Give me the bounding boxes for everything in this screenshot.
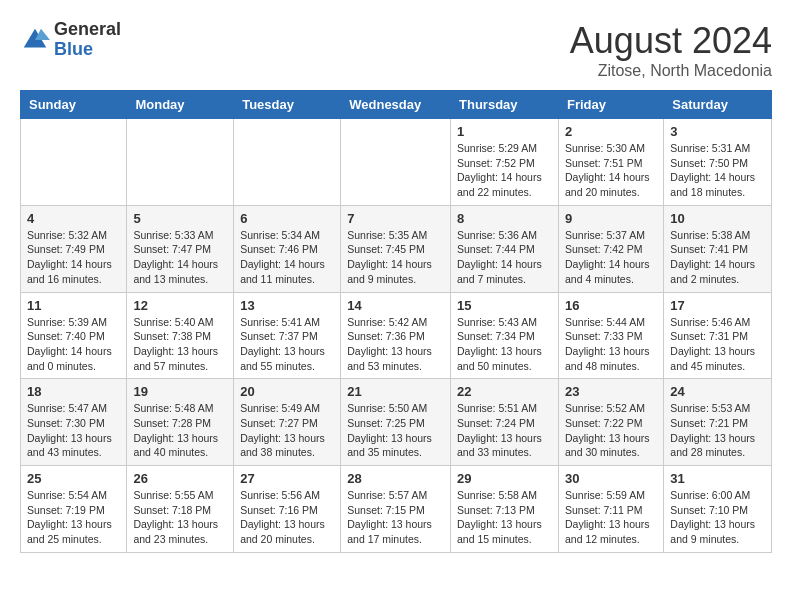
day-number: 1 (457, 124, 552, 139)
calendar-cell: 17Sunrise: 5:46 AMSunset: 7:31 PMDayligh… (664, 292, 772, 379)
day-info: Sunrise: 5:38 AMSunset: 7:41 PMDaylight:… (670, 228, 765, 287)
day-number: 16 (565, 298, 657, 313)
day-number: 25 (27, 471, 120, 486)
day-info: Sunrise: 5:52 AMSunset: 7:22 PMDaylight:… (565, 401, 657, 460)
day-number: 22 (457, 384, 552, 399)
weekday-header-wednesday: Wednesday (341, 91, 451, 119)
day-number: 6 (240, 211, 334, 226)
day-number: 20 (240, 384, 334, 399)
day-number: 21 (347, 384, 444, 399)
day-number: 4 (27, 211, 120, 226)
calendar-cell: 19Sunrise: 5:48 AMSunset: 7:28 PMDayligh… (127, 379, 234, 466)
day-info: Sunrise: 5:43 AMSunset: 7:34 PMDaylight:… (457, 315, 552, 374)
logo-general: General (54, 20, 121, 40)
calendar-cell (127, 119, 234, 206)
day-number: 23 (565, 384, 657, 399)
calendar-table: SundayMondayTuesdayWednesdayThursdayFrid… (20, 90, 772, 553)
calendar-cell (234, 119, 341, 206)
day-info: Sunrise: 5:48 AMSunset: 7:28 PMDaylight:… (133, 401, 227, 460)
day-number: 31 (670, 471, 765, 486)
day-number: 27 (240, 471, 334, 486)
day-number: 17 (670, 298, 765, 313)
day-number: 30 (565, 471, 657, 486)
day-info: Sunrise: 5:34 AMSunset: 7:46 PMDaylight:… (240, 228, 334, 287)
day-info: Sunrise: 5:36 AMSunset: 7:44 PMDaylight:… (457, 228, 552, 287)
weekday-header-row: SundayMondayTuesdayWednesdayThursdayFrid… (21, 91, 772, 119)
calendar-cell: 11Sunrise: 5:39 AMSunset: 7:40 PMDayligh… (21, 292, 127, 379)
calendar-cell: 14Sunrise: 5:42 AMSunset: 7:36 PMDayligh… (341, 292, 451, 379)
calendar-cell: 15Sunrise: 5:43 AMSunset: 7:34 PMDayligh… (451, 292, 559, 379)
calendar-cell: 30Sunrise: 5:59 AMSunset: 7:11 PMDayligh… (558, 466, 663, 553)
day-number: 18 (27, 384, 120, 399)
week-row-1: 1Sunrise: 5:29 AMSunset: 7:52 PMDaylight… (21, 119, 772, 206)
calendar-cell: 25Sunrise: 5:54 AMSunset: 7:19 PMDayligh… (21, 466, 127, 553)
calendar-cell: 27Sunrise: 5:56 AMSunset: 7:16 PMDayligh… (234, 466, 341, 553)
day-info: Sunrise: 5:32 AMSunset: 7:49 PMDaylight:… (27, 228, 120, 287)
day-info: Sunrise: 5:42 AMSunset: 7:36 PMDaylight:… (347, 315, 444, 374)
day-number: 10 (670, 211, 765, 226)
day-info: Sunrise: 5:35 AMSunset: 7:45 PMDaylight:… (347, 228, 444, 287)
day-info: Sunrise: 5:57 AMSunset: 7:15 PMDaylight:… (347, 488, 444, 547)
calendar-cell: 4Sunrise: 5:32 AMSunset: 7:49 PMDaylight… (21, 205, 127, 292)
day-info: Sunrise: 5:59 AMSunset: 7:11 PMDaylight:… (565, 488, 657, 547)
day-info: Sunrise: 5:39 AMSunset: 7:40 PMDaylight:… (27, 315, 120, 374)
calendar-cell: 3Sunrise: 5:31 AMSunset: 7:50 PMDaylight… (664, 119, 772, 206)
day-info: Sunrise: 5:49 AMSunset: 7:27 PMDaylight:… (240, 401, 334, 460)
day-info: Sunrise: 5:53 AMSunset: 7:21 PMDaylight:… (670, 401, 765, 460)
week-row-3: 11Sunrise: 5:39 AMSunset: 7:40 PMDayligh… (21, 292, 772, 379)
weekday-header-sunday: Sunday (21, 91, 127, 119)
calendar-cell: 10Sunrise: 5:38 AMSunset: 7:41 PMDayligh… (664, 205, 772, 292)
month-title: August 2024 (570, 20, 772, 62)
day-info: Sunrise: 5:50 AMSunset: 7:25 PMDaylight:… (347, 401, 444, 460)
calendar-cell: 22Sunrise: 5:51 AMSunset: 7:24 PMDayligh… (451, 379, 559, 466)
calendar-cell: 12Sunrise: 5:40 AMSunset: 7:38 PMDayligh… (127, 292, 234, 379)
calendar-cell: 31Sunrise: 6:00 AMSunset: 7:10 PMDayligh… (664, 466, 772, 553)
calendar-cell: 9Sunrise: 5:37 AMSunset: 7:42 PMDaylight… (558, 205, 663, 292)
day-info: Sunrise: 5:31 AMSunset: 7:50 PMDaylight:… (670, 141, 765, 200)
day-info: Sunrise: 5:44 AMSunset: 7:33 PMDaylight:… (565, 315, 657, 374)
day-number: 29 (457, 471, 552, 486)
day-info: Sunrise: 5:51 AMSunset: 7:24 PMDaylight:… (457, 401, 552, 460)
day-info: Sunrise: 6:00 AMSunset: 7:10 PMDaylight:… (670, 488, 765, 547)
title-area: August 2024 Zitose, North Macedonia (570, 20, 772, 80)
day-number: 15 (457, 298, 552, 313)
calendar-cell: 8Sunrise: 5:36 AMSunset: 7:44 PMDaylight… (451, 205, 559, 292)
day-info: Sunrise: 5:30 AMSunset: 7:51 PMDaylight:… (565, 141, 657, 200)
day-number: 14 (347, 298, 444, 313)
calendar-cell: 6Sunrise: 5:34 AMSunset: 7:46 PMDaylight… (234, 205, 341, 292)
logo-text: General Blue (54, 20, 121, 60)
page-header: General Blue August 2024 Zitose, North M… (20, 20, 772, 80)
calendar-cell (341, 119, 451, 206)
day-info: Sunrise: 5:37 AMSunset: 7:42 PMDaylight:… (565, 228, 657, 287)
day-number: 11 (27, 298, 120, 313)
day-info: Sunrise: 5:55 AMSunset: 7:18 PMDaylight:… (133, 488, 227, 547)
weekday-header-friday: Friday (558, 91, 663, 119)
day-number: 7 (347, 211, 444, 226)
day-info: Sunrise: 5:41 AMSunset: 7:37 PMDaylight:… (240, 315, 334, 374)
logo-blue: Blue (54, 40, 121, 60)
calendar-cell: 5Sunrise: 5:33 AMSunset: 7:47 PMDaylight… (127, 205, 234, 292)
calendar-cell: 28Sunrise: 5:57 AMSunset: 7:15 PMDayligh… (341, 466, 451, 553)
weekday-header-saturday: Saturday (664, 91, 772, 119)
day-number: 26 (133, 471, 227, 486)
logo: General Blue (20, 20, 121, 60)
day-info: Sunrise: 5:40 AMSunset: 7:38 PMDaylight:… (133, 315, 227, 374)
day-info: Sunrise: 5:56 AMSunset: 7:16 PMDaylight:… (240, 488, 334, 547)
logo-icon (20, 25, 50, 55)
week-row-4: 18Sunrise: 5:47 AMSunset: 7:30 PMDayligh… (21, 379, 772, 466)
day-info: Sunrise: 5:58 AMSunset: 7:13 PMDaylight:… (457, 488, 552, 547)
calendar-cell: 13Sunrise: 5:41 AMSunset: 7:37 PMDayligh… (234, 292, 341, 379)
calendar-cell: 23Sunrise: 5:52 AMSunset: 7:22 PMDayligh… (558, 379, 663, 466)
day-info: Sunrise: 5:29 AMSunset: 7:52 PMDaylight:… (457, 141, 552, 200)
calendar-cell: 16Sunrise: 5:44 AMSunset: 7:33 PMDayligh… (558, 292, 663, 379)
calendar-cell: 2Sunrise: 5:30 AMSunset: 7:51 PMDaylight… (558, 119, 663, 206)
day-info: Sunrise: 5:33 AMSunset: 7:47 PMDaylight:… (133, 228, 227, 287)
day-info: Sunrise: 5:54 AMSunset: 7:19 PMDaylight:… (27, 488, 120, 547)
calendar-cell: 7Sunrise: 5:35 AMSunset: 7:45 PMDaylight… (341, 205, 451, 292)
calendar-cell: 29Sunrise: 5:58 AMSunset: 7:13 PMDayligh… (451, 466, 559, 553)
day-number: 24 (670, 384, 765, 399)
day-number: 8 (457, 211, 552, 226)
week-row-5: 25Sunrise: 5:54 AMSunset: 7:19 PMDayligh… (21, 466, 772, 553)
day-info: Sunrise: 5:46 AMSunset: 7:31 PMDaylight:… (670, 315, 765, 374)
calendar-cell: 18Sunrise: 5:47 AMSunset: 7:30 PMDayligh… (21, 379, 127, 466)
